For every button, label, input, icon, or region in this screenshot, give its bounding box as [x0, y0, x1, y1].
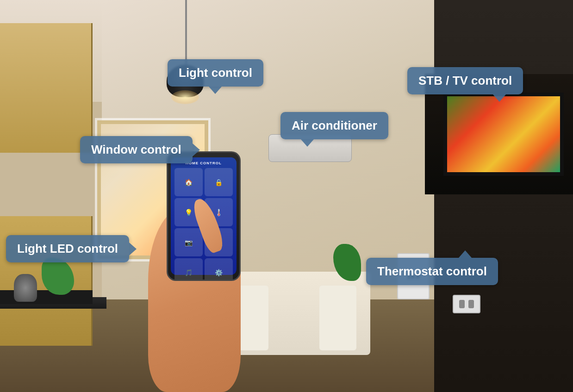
phone-icon-home[interactable]: 🏠: [174, 168, 203, 196]
lamp-glow: [171, 90, 199, 104]
outlet-hole-left: [459, 300, 465, 308]
kettle: [14, 274, 37, 302]
tooltip-stb-tv-label: STB / TV control: [418, 74, 512, 87]
tooltip-light-led-control[interactable]: Light LED control: [6, 235, 129, 262]
outlet-hole-right: [468, 300, 474, 308]
phone-icon-lock[interactable]: 🔒: [205, 168, 233, 196]
upper-cabinet: [0, 23, 93, 153]
tooltip-light-control-label: Light control: [179, 66, 252, 80]
phone-icon-settings[interactable]: ⚙️: [205, 258, 233, 281]
power-outlet: [453, 295, 480, 313]
scene: 19.9 HOME CONTROL 🏠 🔒 💡 🌡️ 📷 🔧 🎵: [0, 0, 573, 392]
tooltip-window-control[interactable]: Window control: [80, 136, 193, 163]
tooltip-window-control-label: Window control: [91, 143, 181, 156]
tooltip-stb-tv-control[interactable]: STB / TV control: [407, 67, 523, 94]
tooltip-thermostat-label: Thermostat control: [377, 264, 487, 278]
tooltip-air-conditioner[interactable]: Air conditioner: [280, 112, 388, 139]
tooltip-thermostat-control[interactable]: Thermostat control: [366, 258, 498, 285]
phone-icon-music[interactable]: 🎵: [174, 258, 203, 281]
phone-icon-camera[interactable]: 📷: [174, 228, 203, 256]
dining-chair-right: [319, 286, 356, 350]
tooltip-light-led-label: Light LED control: [17, 242, 118, 255]
tooltip-light-control[interactable]: Light control: [168, 59, 263, 87]
right-dark-wall: [434, 0, 573, 392]
tv-screen: [443, 93, 564, 176]
tooltip-air-conditioner-label: Air conditioner: [292, 118, 377, 132]
